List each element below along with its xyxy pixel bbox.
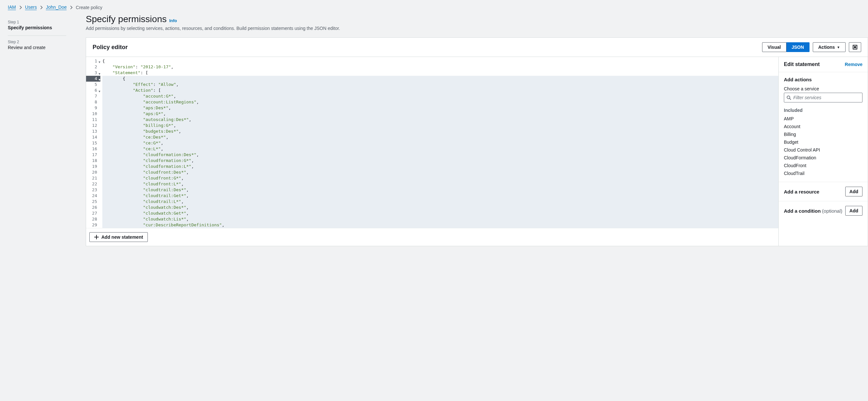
toggle-json-button[interactable]: JSON xyxy=(786,42,809,52)
breadcrumb-link[interactable]: IAM xyxy=(8,5,16,10)
line-number: 25 xyxy=(86,199,100,205)
service-item[interactable]: AMP xyxy=(784,115,863,123)
line-number: 2 xyxy=(86,64,100,70)
service-item[interactable]: Cloud Control API xyxy=(784,146,863,154)
add-condition-label: Add a condition (optional) xyxy=(784,208,842,214)
line-number: 13 xyxy=(86,128,100,134)
code-line[interactable]: "cloudtrail:L*", xyxy=(102,199,778,205)
line-number: 24 xyxy=(86,193,100,199)
policy-editor-panel: Policy editor Visual JSON Actions ▼ xyxy=(86,37,868,246)
add-actions-section: Add actions Choose a service Included AM… xyxy=(779,72,868,182)
svg-rect-1 xyxy=(854,46,856,48)
wizard-step-1[interactable]: Step 1 Specify permissions xyxy=(8,17,73,34)
code-line[interactable]: "Action": [ xyxy=(102,87,778,93)
service-item[interactable]: CloudTrail xyxy=(784,169,863,177)
add-condition-section: Add a condition (optional) Add xyxy=(779,201,868,220)
add-new-statement-button[interactable]: Add new statement xyxy=(89,232,148,242)
service-item[interactable]: Billing xyxy=(784,131,863,138)
divider xyxy=(8,35,66,36)
page-title: Specify permissions xyxy=(86,14,167,24)
code-line[interactable]: "cur:DescribeReportDefinitions", xyxy=(102,222,778,228)
code-line[interactable]: "cloudfront:L*", xyxy=(102,181,778,187)
line-number: 8 xyxy=(86,99,100,105)
actions-dropdown-button[interactable]: Actions ▼ xyxy=(813,42,845,52)
chevron-right-icon xyxy=(70,5,72,9)
line-number: 22 xyxy=(86,181,100,187)
add-actions-heading: Add actions xyxy=(784,77,863,82)
step-number: Step 2 xyxy=(8,40,73,44)
code-line[interactable]: "cloudformation:L*", xyxy=(102,164,778,169)
wizard-steps: Step 1 Specify permissions Step 2 Review… xyxy=(8,14,73,54)
breadcrumb-link[interactable]: John_Doe xyxy=(46,5,67,10)
breadcrumb: IAMUsersJohn_DoeCreate policy xyxy=(0,0,868,14)
code-line[interactable]: "cloudwatch:Des*", xyxy=(102,205,778,210)
code-line[interactable]: "aps:G*", xyxy=(102,111,778,117)
code-line[interactable]: { xyxy=(102,76,778,82)
code-line[interactable]: "Version": "2012-10-17", xyxy=(102,64,778,70)
code-line[interactable]: "account:ListRegions", xyxy=(102,99,778,105)
line-number: 15 xyxy=(86,140,100,146)
actions-label: Actions xyxy=(818,45,835,50)
add-resource-section: Add a resource Add xyxy=(779,182,868,201)
code-line[interactable]: "ce:L*", xyxy=(102,146,778,152)
code-line[interactable]: "cloudtrail:Get*", xyxy=(102,193,778,199)
info-link[interactable]: Info xyxy=(169,18,177,23)
line-number: 28 xyxy=(86,216,100,222)
code-line[interactable]: "cloudwatch:Get*", xyxy=(102,210,778,216)
line-number: 20 xyxy=(86,169,100,175)
code-line[interactable]: "cloudformation:G*", xyxy=(102,158,778,164)
code-line[interactable]: "ce:G*", xyxy=(102,140,778,146)
panel-header: Policy editor Visual JSON Actions ▼ xyxy=(86,38,868,57)
wizard-step-2[interactable]: Step 2 Review and create xyxy=(8,37,73,54)
line-number: 16 xyxy=(86,146,100,152)
code-editor[interactable]: 1▼23▼4▼56▼789101112131415161718192021222… xyxy=(86,57,778,246)
fullscreen-button[interactable] xyxy=(849,42,861,52)
add-statement-label: Add new statement xyxy=(101,234,143,240)
code-line[interactable]: "Statement": [ xyxy=(102,70,778,76)
code-line[interactable]: "billing:G*", xyxy=(102,123,778,128)
line-number: 23 xyxy=(86,187,100,193)
step-number: Step 1 xyxy=(8,20,73,24)
editor-mode-toggle: Visual JSON xyxy=(762,42,809,52)
code-line[interactable]: "cloudfront:G*", xyxy=(102,175,778,181)
line-number: 12 xyxy=(86,123,100,128)
code-line[interactable]: "autoscaling:Des*", xyxy=(102,117,778,123)
code-line[interactable]: "cloudwatch:Lis*", xyxy=(102,216,778,222)
remove-statement-link[interactable]: Remove xyxy=(845,62,863,67)
line-number: 9 xyxy=(86,105,100,111)
step-title: Specify permissions xyxy=(8,25,73,30)
chevron-right-icon xyxy=(40,5,42,9)
add-resource-label: Add a resource xyxy=(784,189,819,195)
main-content: Specify permissions Info Add permissions… xyxy=(86,14,868,246)
fullscreen-icon xyxy=(852,45,858,50)
edit-statement-panel: Edit statement Remove Add actions Choose… xyxy=(778,57,868,246)
line-number: 26 xyxy=(86,205,100,210)
code-line[interactable]: "account:G*", xyxy=(102,93,778,99)
included-heading: Included xyxy=(784,108,863,113)
page-description: Add permissions by selecting services, a… xyxy=(86,26,868,31)
line-number: 3▼ xyxy=(86,70,100,76)
code-line[interactable]: "cloudfront:Des*", xyxy=(102,169,778,175)
service-item[interactable]: CloudFormation xyxy=(784,154,863,162)
add-condition-button[interactable]: Add xyxy=(845,206,863,216)
code-line[interactable]: "budgets:Des*", xyxy=(102,128,778,134)
toggle-visual-button[interactable]: Visual xyxy=(762,42,786,52)
code-line[interactable]: "cloudformation:Des*", xyxy=(102,152,778,158)
filter-services-input[interactable] xyxy=(784,93,863,103)
line-number: 17 xyxy=(86,152,100,158)
code-line[interactable]: { xyxy=(102,58,778,64)
step-title: Review and create xyxy=(8,45,73,50)
code-line[interactable]: "cloudtrail:Des*", xyxy=(102,187,778,193)
code-line[interactable]: "aps:Des*", xyxy=(102,105,778,111)
line-number: 11 xyxy=(86,117,100,123)
breadcrumb-link[interactable]: Users xyxy=(25,5,37,10)
line-number: 5 xyxy=(86,82,100,87)
add-resource-button[interactable]: Add xyxy=(845,187,863,196)
service-item[interactable]: Account xyxy=(784,123,863,131)
code-line[interactable]: "ce:Des*", xyxy=(102,134,778,140)
code-line[interactable]: "Effect": "Allow", xyxy=(102,82,778,87)
line-number: 1▼ xyxy=(86,58,100,64)
edit-statement-header: Edit statement Remove xyxy=(779,57,868,72)
service-item[interactable]: CloudFront xyxy=(784,162,863,169)
service-item[interactable]: Budget xyxy=(784,138,863,146)
